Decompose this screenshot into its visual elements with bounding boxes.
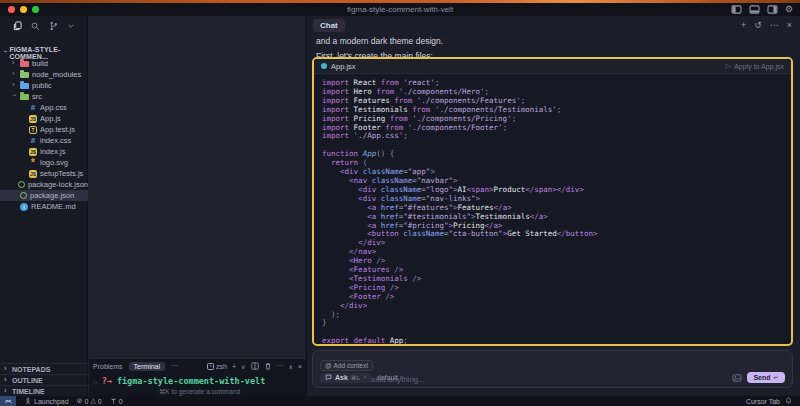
split-terminal-icon[interactable]	[251, 362, 259, 370]
bell-icon[interactable]	[785, 397, 792, 405]
remote-indicator[interactable]: ><	[0, 396, 16, 406]
explorer-sidebar: › FIGMA-STYLE-COMMEN... ›build›node_modu…	[0, 16, 88, 396]
tree-item-app-test-js[interactable]: TApp.test.js	[0, 124, 88, 135]
section-notepads[interactable]: › NOTEPADS	[0, 363, 88, 374]
source-control-icon[interactable]	[49, 21, 58, 31]
add-context-chip[interactable]: @ Add context	[320, 360, 373, 371]
toggle-secondary-sidebar-icon[interactable]	[767, 5, 778, 14]
file-label: README.md	[31, 202, 76, 211]
titlebar-actions: ⚙	[731, 3, 793, 16]
test-file-icon: T	[29, 126, 37, 134]
send-label: Send	[753, 374, 770, 381]
terminal-dropdown-icon[interactable]: ∨	[241, 363, 245, 370]
folder-icon	[20, 72, 29, 78]
sidebar-toolbar	[0, 16, 87, 35]
code-line: export default App;	[322, 337, 791, 346]
tree-item-public[interactable]: ›public	[0, 80, 88, 91]
tree-item-setuptests-js[interactable]: JSsetupTests.js	[0, 168, 88, 179]
tree-item-index-css[interactable]: #index.css	[0, 135, 88, 146]
play-icon: ▷	[726, 62, 731, 70]
tree-item-src[interactable]: ›src	[0, 91, 88, 102]
search-icon[interactable]	[31, 22, 40, 31]
code-line: <button className="cta-button">Get Start…	[322, 230, 791, 239]
apply-code-button[interactable]: ▷ Apply to App.jsx	[726, 62, 784, 70]
md-file-icon: i	[20, 203, 28, 211]
file-label: build	[32, 59, 48, 68]
kill-terminal-icon[interactable]	[264, 362, 272, 370]
attach-image-icon[interactable]	[732, 374, 742, 382]
code-line: import './App.css';	[322, 132, 791, 141]
launchpad-label: Launchpad	[34, 398, 69, 405]
section-label: TIMELINE	[12, 388, 45, 395]
tab-terminal[interactable]: Terminal	[129, 362, 165, 371]
file-tree: ›build›node_modules›public›src#App.cssJS…	[0, 58, 88, 212]
input-right-actions: Send ↵	[732, 372, 785, 383]
folder-icon	[20, 83, 29, 89]
file-tree-container: › FIGMA-STYLE-COMMEN... ›build›node_modu…	[0, 47, 88, 212]
close-panel-icon[interactable]: ×	[298, 363, 302, 370]
more-tabs-icon[interactable]: ⋯	[171, 362, 178, 370]
shell-label: zsh	[216, 363, 227, 370]
tree-item-app-css[interactable]: #App.css	[0, 102, 88, 113]
tree-item-app-js[interactable]: JSApp.js	[0, 113, 88, 124]
rocket-icon	[24, 397, 32, 405]
new-terminal-icon[interactable]: +	[232, 363, 236, 370]
problems-indicator[interactable]: ⊘ 0 △ 0	[77, 397, 102, 405]
terminal-tabbar: Problems Terminal ⋯ > zsh + ∨ ⋯ ∧ ×	[89, 359, 306, 373]
tab-problems[interactable]: Problems	[93, 363, 123, 370]
file-label: setupTests.js	[40, 169, 83, 178]
section-label: OUTLINE	[12, 377, 43, 384]
chevron-icon: ›	[12, 71, 17, 76]
new-chat-icon[interactable]: +	[741, 20, 746, 30]
section-label: NOTEPADS	[12, 366, 50, 373]
js-file-icon: JS	[29, 115, 37, 123]
terminal-command-text: figma-style-comment-with-velt	[117, 376, 265, 386]
command-decoration-icon: ○	[93, 378, 97, 385]
status-bar: >< Launchpad ⊘ 0 △ 0 0 Cursor Tab	[0, 396, 800, 406]
maximize-panel-icon[interactable]: ∧	[289, 363, 293, 370]
status-right: Cursor Tab	[746, 397, 792, 405]
chat-bubble-icon	[325, 374, 332, 381]
toggle-primary-sidebar-icon[interactable]	[731, 5, 742, 14]
model-selector[interactable]: default ^	[377, 374, 403, 381]
window-title: figma-style-comment-with-velt	[0, 5, 800, 14]
send-button[interactable]: Send ↵	[747, 372, 785, 383]
shell-selector[interactable]: > zsh	[207, 363, 227, 370]
add-context-label: Add context	[334, 362, 368, 369]
apply-label: Apply to App.jsx	[734, 63, 784, 70]
chat-input-panel[interactable]: @ Add context Plan, search, build anythi…	[312, 350, 793, 388]
file-label: App.test.js	[40, 125, 75, 134]
explorer-files-icon[interactable]	[13, 21, 22, 31]
terminal-profile-icon: >	[207, 363, 214, 370]
file-label: App.js	[40, 114, 61, 123]
close-chat-icon[interactable]: ×	[787, 20, 792, 30]
mode-selector-ask[interactable]: Ask ⌘L ^	[320, 373, 371, 383]
code-line: }	[322, 319, 791, 328]
launchpad-item[interactable]: Launchpad	[24, 397, 69, 405]
css-file-icon: #	[29, 137, 37, 145]
tree-item-logo-svg[interactable]: *logo.svg	[0, 157, 88, 168]
more-options-icon[interactable]: ⋯	[770, 20, 779, 30]
tree-item-package-lock-json[interactable]: package-lock.json	[0, 179, 88, 190]
tree-item-package-json[interactable]: package.json	[0, 190, 88, 201]
root-folder-label: FIGMA-STYLE-COMMEN...	[9, 46, 88, 60]
section-timeline[interactable]: › TIMELINE	[0, 385, 88, 396]
section-outline[interactable]: › OUTLINE	[0, 374, 88, 385]
tree-item-index-js[interactable]: JSindex.js	[0, 146, 88, 157]
history-icon[interactable]: ↺	[754, 20, 762, 30]
terminal-more-icon[interactable]: ⋯	[277, 362, 284, 370]
cursor-tab-item[interactable]: Cursor Tab	[746, 398, 780, 405]
tree-item-node-modules[interactable]: ›node_modules	[0, 69, 88, 80]
js-file-icon: JS	[29, 170, 37, 178]
settings-gear-icon[interactable]: ⚙	[785, 5, 793, 14]
tree-item-readme-md[interactable]: iREADME.md	[0, 201, 88, 212]
tree-root-folder[interactable]: › FIGMA-STYLE-COMMEN...	[0, 47, 88, 58]
tab-chat[interactable]: Chat	[313, 19, 345, 32]
tree-item-build[interactable]: ›build	[0, 58, 88, 69]
chat-header-actions: + ↺ ⋯ ×	[741, 20, 792, 30]
code-filename: App.jsx	[331, 62, 356, 71]
file-label: package.json	[30, 191, 74, 200]
ports-indicator[interactable]: 0	[110, 397, 123, 405]
chevron-down-icon[interactable]	[67, 22, 75, 30]
toggle-panel-icon[interactable]	[749, 5, 760, 14]
